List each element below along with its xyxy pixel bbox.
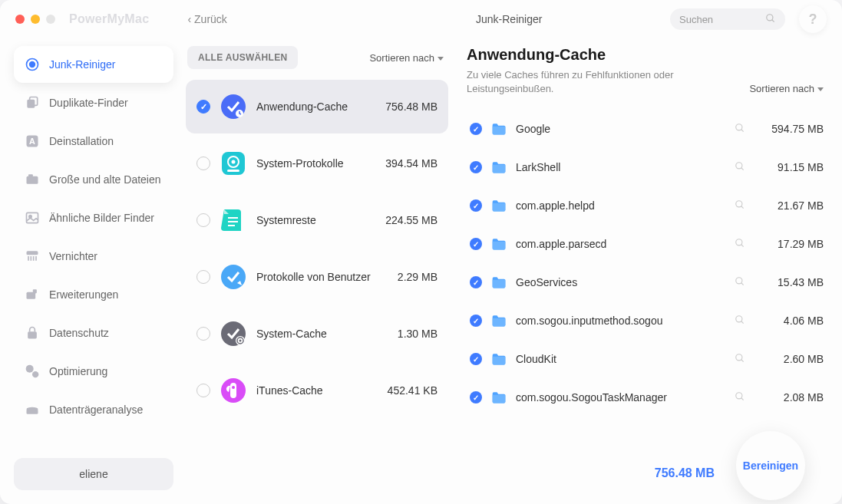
svg-point-21 bbox=[32, 371, 38, 377]
chevron-down-icon bbox=[438, 52, 444, 64]
category-item[interactable]: Systemreste224.55 MB bbox=[186, 193, 448, 247]
file-checkbox[interactable] bbox=[470, 353, 482, 365]
file-item[interactable]: com.sogou.inputmethod.sogou4.06 MB bbox=[467, 301, 827, 340]
folder-icon bbox=[491, 160, 507, 174]
category-size: 1.30 MB bbox=[398, 328, 438, 340]
sidebar-item-similar[interactable]: Ähnliche Bilder Finder bbox=[14, 199, 173, 236]
svg-line-51 bbox=[741, 321, 744, 324]
svg-point-54 bbox=[736, 393, 742, 399]
window-controls[interactable] bbox=[15, 15, 55, 24]
user-account-button[interactable]: eliene bbox=[14, 458, 173, 490]
file-size: 594.75 MB bbox=[761, 123, 824, 135]
total-selected-size: 756.48 MB bbox=[655, 466, 715, 480]
category-item[interactable]: System-Cache1.30 MB bbox=[186, 307, 448, 361]
reveal-in-finder-icon[interactable] bbox=[735, 199, 745, 212]
file-item[interactable]: Google594.75 MB bbox=[467, 110, 827, 148]
file-checkbox[interactable] bbox=[470, 315, 482, 327]
detail-title: Anwendung-Cache bbox=[467, 46, 827, 64]
file-checkbox[interactable] bbox=[470, 276, 482, 288]
opt-icon bbox=[25, 364, 40, 379]
category-item[interactable]: iTunes-Cache452.41 KB bbox=[186, 364, 448, 417]
category-name: System-Cache bbox=[256, 327, 388, 341]
file-item[interactable]: com.apple.helpd21.67 MB bbox=[467, 186, 827, 225]
sidebar-item-uninstall[interactable]: ADeinstallation bbox=[14, 123, 173, 160]
sidebar-item-ext[interactable]: Erweiterungen bbox=[14, 276, 173, 313]
reveal-in-finder-icon[interactable] bbox=[735, 276, 745, 289]
file-name: GeoServices bbox=[516, 276, 725, 288]
file-item[interactable]: GeoServices15.43 MB bbox=[467, 263, 827, 301]
detail-sort-dropdown[interactable]: Sortieren nach bbox=[749, 83, 824, 94]
search-input[interactable]: Suchen bbox=[670, 8, 785, 30]
file-size: 15.43 MB bbox=[761, 276, 824, 288]
file-checkbox[interactable] bbox=[470, 161, 482, 173]
svg-point-42 bbox=[736, 163, 742, 169]
file-checkbox[interactable] bbox=[470, 199, 482, 212]
sidebar-item-dup[interactable]: Duplikate-Finder bbox=[14, 84, 173, 121]
sidebar-item-disk[interactable]: Datenträgeranalyse bbox=[14, 391, 173, 428]
reveal-in-finder-icon[interactable] bbox=[735, 238, 745, 251]
sidebar-item-junk[interactable]: Junk-Reiniger bbox=[14, 46, 173, 83]
svg-line-53 bbox=[741, 360, 744, 362]
category-item[interactable]: Anwendung-Cache756.48 MB bbox=[186, 80, 448, 133]
category-checkbox[interactable] bbox=[196, 100, 210, 114]
file-item[interactable]: com.sogou.SogouTaskManager2.08 MB bbox=[467, 378, 827, 417]
file-item[interactable]: CloudKit2.60 MB bbox=[467, 340, 827, 378]
clean-button[interactable]: Bereinigen bbox=[736, 431, 805, 500]
category-checkbox[interactable] bbox=[196, 270, 210, 284]
sidebar-item-label: Deinstallation bbox=[49, 135, 114, 147]
file-checkbox[interactable] bbox=[470, 238, 482, 250]
sidebar-item-label: Ähnliche Bilder Finder bbox=[49, 212, 154, 224]
svg-rect-18 bbox=[33, 289, 37, 293]
category-checkbox[interactable] bbox=[196, 384, 210, 397]
reveal-in-finder-icon[interactable] bbox=[735, 315, 745, 328]
svg-point-3 bbox=[30, 62, 35, 68]
back-button[interactable]: ‹ Zurück bbox=[187, 13, 226, 25]
maximize-window-icon bbox=[46, 15, 55, 24]
file-checkbox[interactable] bbox=[470, 123, 482, 135]
reveal-in-finder-icon[interactable] bbox=[735, 353, 745, 366]
sidebar-item-label: Datenschutz bbox=[49, 327, 109, 339]
svg-point-40 bbox=[736, 124, 742, 130]
sidebar-item-label: Vernichter bbox=[49, 250, 97, 262]
folder-icon bbox=[491, 352, 507, 366]
file-checkbox[interactable] bbox=[470, 391, 482, 404]
svg-text:A: A bbox=[29, 137, 35, 146]
category-item[interactable]: System-Protokolle394.54 MB bbox=[186, 137, 448, 190]
close-window-icon[interactable] bbox=[15, 15, 25, 24]
category-checkbox[interactable] bbox=[196, 156, 210, 170]
reveal-in-finder-icon[interactable] bbox=[735, 123, 745, 136]
category-checkbox[interactable] bbox=[196, 327, 210, 341]
svg-point-50 bbox=[736, 316, 742, 322]
folder-icon bbox=[491, 122, 507, 136]
svg-point-48 bbox=[736, 278, 742, 284]
folder-icon bbox=[491, 314, 507, 328]
category-size: 394.54 MB bbox=[385, 157, 438, 170]
file-size: 17.29 MB bbox=[761, 238, 824, 250]
svg-line-1 bbox=[772, 19, 774, 21]
category-checkbox[interactable] bbox=[196, 213, 210, 227]
category-name: System-Protokolle bbox=[256, 156, 376, 170]
category-item[interactable]: Protokolle von Benutzer2.29 MB bbox=[186, 250, 448, 304]
category-size: 224.55 MB bbox=[385, 214, 438, 226]
svg-point-44 bbox=[736, 201, 742, 207]
sidebar-item-label: Große und alte Dateien bbox=[49, 173, 161, 186]
sidebar-item-opt[interactable]: Optimierung bbox=[14, 353, 173, 390]
reveal-in-finder-icon[interactable] bbox=[735, 391, 745, 404]
file-item[interactable]: LarkShell91.15 MB bbox=[467, 148, 827, 186]
sidebar: Junk-ReinigerDuplikate-FinderADeinstalla… bbox=[0, 38, 183, 504]
file-item[interactable]: com.apple.parsecd17.29 MB bbox=[467, 225, 827, 263]
sidebar-item-large[interactable]: Große und alte Dateien bbox=[14, 161, 173, 198]
category-name: Systemreste bbox=[256, 213, 376, 227]
sidebar-item-label: Junk-Reiniger bbox=[49, 58, 115, 71]
reveal-in-finder-icon[interactable] bbox=[735, 161, 745, 174]
sidebar-item-privacy[interactable]: Datenschutz bbox=[14, 315, 173, 351]
help-button[interactable]: ? bbox=[799, 5, 827, 33]
category-icon bbox=[220, 93, 247, 120]
sidebar-item-shred[interactable]: Vernichter bbox=[14, 238, 173, 275]
select-all-button[interactable]: ALLE AUSWÄHLEN bbox=[187, 46, 298, 69]
svg-line-45 bbox=[741, 206, 744, 209]
sort-by-dropdown[interactable]: Sortieren nach bbox=[369, 52, 444, 64]
disk-icon bbox=[25, 402, 40, 417]
minimize-window-icon[interactable] bbox=[31, 15, 40, 24]
sidebar-item-label: Duplikate-Finder bbox=[49, 97, 128, 109]
